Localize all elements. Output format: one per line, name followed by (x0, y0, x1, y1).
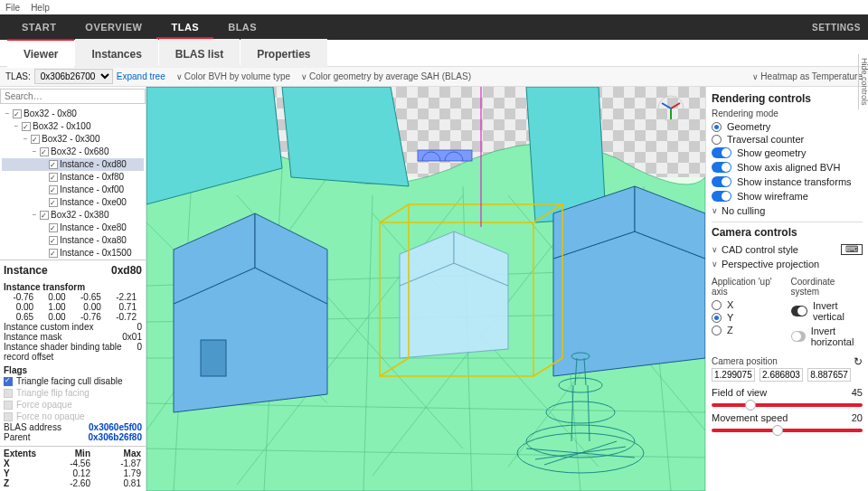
fov-slider[interactable] (712, 403, 863, 407)
tree-node[interactable]: Instance - 0xf00 (2, 184, 144, 196)
viewer-toolbar: TLAS: 0x306b26700 Expand tree Color BVH … (0, 67, 868, 87)
mode-geometry-radio[interactable]: Geometry (712, 120, 863, 133)
checkbox-icon[interactable] (40, 211, 49, 220)
reset-camera-icon[interactable]: ↻ (854, 355, 863, 368)
sbt-value: 0 (137, 342, 142, 362)
tab-instances[interactable]: Instances (75, 39, 157, 68)
transform-label: Instance transform (4, 282, 142, 292)
tree-node[interactable]: Instance - 0xe80 (2, 222, 144, 234)
parent-link[interactable]: 0x306b26f80 (89, 432, 143, 442)
up-z-radio[interactable]: Z (712, 324, 784, 336)
show-instance-toggle[interactable]: Show instance transforms (712, 175, 863, 189)
speed-value: 20 (852, 412, 863, 423)
heatmap-dropdown[interactable]: Heatmap as Temperature (752, 71, 863, 81)
flag-checkbox[interactable]: Triangle facing cull disable (4, 375, 142, 387)
tree-node[interactable]: −Box32 - 0x300 (2, 133, 144, 146)
rendering-controls-header: Rendering controls (712, 92, 863, 105)
tree-node[interactable]: Instance - 0xf80 (2, 171, 144, 184)
extents-min-header: Min (40, 449, 90, 458)
flag-checkbox: Triangle flip facing (4, 387, 142, 399)
projection-dropdown[interactable]: Perspective projection (712, 257, 863, 271)
tree-node[interactable]: Instance - 0xd80 (2, 158, 144, 171)
checkbox-icon[interactable] (40, 147, 49, 156)
checkbox-icon[interactable] (49, 198, 58, 207)
tab-properties[interactable]: Properties (241, 39, 326, 68)
radio-off-icon (712, 135, 722, 145)
control-style-dropdown[interactable]: CAD control style (712, 242, 798, 257)
tab-viewer[interactable]: Viewer (7, 39, 74, 68)
campos-y-input[interactable] (760, 368, 803, 382)
show-geometry-toggle[interactable]: Show geometry (712, 146, 863, 160)
sbt-label: Instance shader binding table record off… (4, 342, 137, 362)
blas-address-label: BLAS address (4, 422, 61, 432)
checkbox-icon[interactable] (49, 185, 58, 194)
speed-slider[interactable] (712, 429, 863, 432)
tree-node[interactable]: Instance - 0x1500 (2, 247, 144, 260)
campos-z-input[interactable] (807, 368, 851, 382)
hide-controls-button[interactable]: Hide controls (858, 54, 868, 109)
checkbox-icon[interactable] (49, 223, 58, 232)
invert-vertical-toggle[interactable]: Invert vertical (791, 298, 863, 324)
custom-index-value: 0 (137, 322, 142, 332)
speed-label: Movement speed (712, 412, 788, 423)
campos-x-input[interactable] (712, 368, 755, 382)
camera-position-label: Camera position (712, 356, 778, 366)
culling-dropdown[interactable]: No culling (712, 203, 863, 218)
tree-node[interactable]: −Box32 - 0x100 (2, 120, 144, 133)
mode-traversal-radio[interactable]: Traversal counter (712, 133, 863, 146)
invert-horizontal-toggle[interactable]: Invert horizontal (791, 324, 863, 349)
instance-id: 0xd80 (111, 264, 142, 277)
fov-value: 45 (852, 387, 863, 398)
tab-blas-list[interactable]: BLAS list (159, 39, 240, 68)
viewport[interactable] (146, 87, 705, 491)
extents-row: X-4.56-1.87 (4, 458, 142, 468)
color-geometry-dropdown[interactable]: Color geometry by average SAH (BLAS) (301, 71, 471, 81)
show-bvh-toggle[interactable]: Show axis aligned BVH (712, 160, 863, 175)
checkbox-icon[interactable] (49, 173, 58, 182)
extents-max-header: Max (90, 449, 141, 458)
checkbox-icon[interactable] (31, 135, 40, 144)
parent-label: Parent (4, 432, 30, 442)
scene-render (146, 87, 705, 491)
radio-on-icon (712, 122, 722, 132)
instance-title: Instance (4, 264, 48, 277)
blas-address-link[interactable]: 0x3060e5f00 (89, 422, 142, 432)
checkbox-icon[interactable] (49, 236, 58, 245)
checkbox-icon[interactable] (13, 109, 22, 118)
tree-node[interactable]: Instance - 0xe00 (2, 196, 144, 209)
tab-overview[interactable]: OVERVIEW (71, 14, 156, 40)
tree-node[interactable]: Instance - 0xa80 (2, 234, 144, 247)
extents-row: Y0.121.79 (4, 468, 142, 478)
tab-start[interactable]: START (7, 14, 71, 40)
up-axis-label: Application 'up' axis (712, 277, 784, 297)
svg-rect-1 (201, 340, 226, 376)
expand-tree-link[interactable]: Expand tree (117, 71, 165, 81)
tree-node[interactable]: −Box32 - 0x680 (2, 146, 144, 158)
flags-label: Flags (4, 365, 142, 375)
checkbox-icon[interactable] (49, 249, 58, 258)
tree-node[interactable]: −Box32 - 0x380 (2, 209, 144, 222)
tree-node[interactable]: −Box32 - 0x80 (2, 108, 144, 120)
tab-blas[interactable]: BLAS (213, 14, 271, 40)
flag-checkbox: Force no opaque (4, 411, 142, 422)
keyboard-icon[interactable] (841, 244, 863, 255)
settings-button[interactable]: SETTINGS (812, 23, 861, 33)
file-menu[interactable]: File (5, 3, 20, 13)
search-input[interactable] (0, 89, 146, 104)
custom-index-label: Instance custom index (4, 322, 94, 332)
rendering-mode-label: Rendering mode (712, 109, 863, 118)
tlas-select[interactable]: 0x306b26700 (34, 69, 113, 84)
extents-title: Extents (4, 449, 40, 458)
color-bvh-dropdown[interactable]: Color BVH by volume type (176, 71, 290, 81)
show-wireframe-toggle[interactable]: Show wireframe (712, 189, 863, 203)
checkbox-icon[interactable] (49, 160, 58, 169)
checkbox-icon[interactable] (22, 122, 31, 131)
up-x-radio[interactable]: X (712, 298, 784, 311)
tab-tlas[interactable]: TLAS (156, 14, 213, 40)
up-y-radio[interactable]: Y (712, 311, 784, 324)
camera-controls-header: Camera controls (712, 226, 863, 239)
mask-label: Instance mask (4, 332, 61, 342)
help-menu[interactable]: Help (31, 3, 50, 13)
mask-value: 0x01 (122, 332, 142, 342)
hierarchy-tree[interactable]: −Box32 - 0x80−Box32 - 0x100−Box32 - 0x30… (0, 106, 146, 260)
